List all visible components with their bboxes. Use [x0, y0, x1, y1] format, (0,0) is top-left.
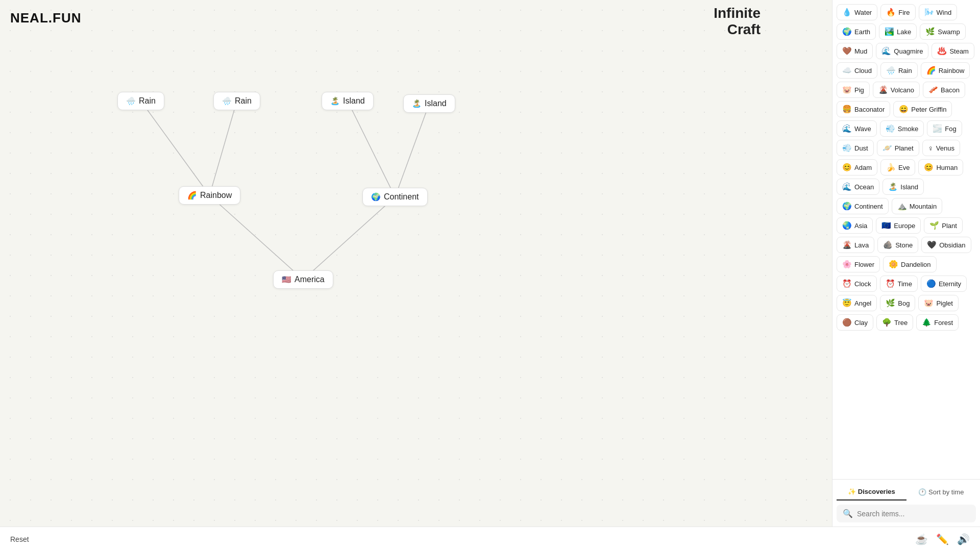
sidebar-tab[interactable]: 🕐Sort by time [906, 484, 976, 500]
node-emoji: 🏝️ [412, 99, 422, 108]
search-input[interactable] [857, 510, 970, 518]
item-emoji: 🌫️ [933, 124, 942, 133]
sidebar-item[interactable]: 🌈Rainbow [921, 62, 970, 79]
volume-icon[interactable]: 🔊 [957, 533, 970, 545]
sidebar-item[interactable]: 🌋Volcano [873, 82, 920, 98]
item-label: Ocean [854, 183, 874, 191]
item-label: Rainbow [939, 67, 965, 74]
sidebar-item[interactable]: 🌼Dandelion [883, 256, 937, 272]
sidebar-item[interactable]: ☁️Cloud [837, 62, 877, 79]
node-emoji: 🌈 [187, 191, 197, 200]
item-emoji: 🌧️ [886, 66, 896, 75]
item-label: Angel [854, 299, 871, 307]
sidebar-item[interactable]: 🌲Forest [916, 314, 959, 331]
craft-node-rain2[interactable]: 🌧️Rain [213, 92, 260, 110]
sidebar-item[interactable]: 😊Adam [837, 159, 877, 176]
edit-icon[interactable]: ✏️ [936, 533, 949, 545]
sidebar-item[interactable]: 😇Angel [837, 295, 877, 311]
sidebar-item[interactable]: ♨️Steam [932, 43, 974, 59]
sidebar-item[interactable]: 😊Human [918, 159, 963, 176]
sidebar-item[interactable]: 🌍Earth [837, 23, 876, 40]
item-label: Wave [854, 125, 871, 133]
craft-node-island2[interactable]: 🏝️Island [403, 94, 455, 113]
sidebar-item[interactable]: ⏰Time [880, 276, 918, 292]
sidebar-item[interactable]: 🌏Asia [837, 217, 873, 234]
sidebar-item[interactable]: 🌿Swamp [920, 23, 965, 40]
item-label: Flower [854, 261, 874, 268]
sidebar-item[interactable]: 🌊Wave [837, 120, 877, 137]
sidebar-item[interactable]: 🇪🇺Europe [876, 217, 921, 234]
item-emoji: 🌬️ [924, 8, 934, 17]
item-emoji: 🪨 [883, 240, 893, 249]
sidebar-item[interactable]: 🌳Tree [876, 314, 913, 331]
sidebar-item[interactable]: 🪐Planet [877, 140, 919, 156]
sidebar-item[interactable]: 🌱Plant [924, 217, 963, 234]
craft-canvas[interactable]: NEAL.FUN InfiniteCraft 🌧️Rain🌧️Rain🏝️Isl… [0, 0, 832, 527]
craft-node-rain1[interactable]: 🌧️Rain [117, 92, 164, 110]
reset-button[interactable]: Reset [10, 535, 29, 543]
sidebar-item[interactable]: 🌊Ocean [837, 179, 879, 195]
sidebar-item[interactable]: 🔥Fire [880, 4, 915, 20]
sidebar-item[interactable]: ⏰Clock [837, 276, 877, 292]
sidebar-item[interactable]: 🌊Quagmire [876, 43, 928, 59]
sidebar-item[interactable]: 🌋Lava [837, 237, 874, 253]
sidebar-item[interactable]: ⛰️Mountain [892, 198, 942, 214]
sidebar-item[interactable]: 🟤Clay [837, 314, 873, 331]
item-emoji: 😇 [842, 298, 852, 308]
item-emoji: 💨 [842, 143, 852, 153]
node-emoji: 🌍 [371, 192, 381, 202]
connection-line [210, 195, 304, 280]
sidebar-item[interactable]: 🍌Eve [880, 159, 915, 176]
item-emoji: 💧 [842, 8, 852, 17]
sidebar-item[interactable]: 🪨Stone [877, 237, 918, 253]
craft-node-rainbow[interactable]: 🌈Rainbow [179, 186, 240, 205]
item-label: Venus [936, 144, 954, 152]
craft-node-america[interactable]: 🇺🇸America [273, 270, 333, 289]
bottom-bar: Reset ☕✏️🔊 [0, 527, 980, 551]
sidebar-item[interactable]: 💨Smoke [880, 120, 924, 137]
item-emoji: 😊 [842, 163, 852, 172]
sidebar-item[interactable]: 😄Peter Griffin [893, 101, 952, 117]
craft-node-continent[interactable]: 🌍Continent [362, 188, 428, 206]
item-emoji: ♀️ [928, 144, 934, 153]
sidebar-item[interactable]: ♀️Venus [922, 140, 960, 156]
sidebar: 💧Water🔥Fire🌬️Wind🌍Earth🏞️Lake🌿Swamp🤎Mud🌊… [832, 0, 980, 527]
sidebar-item[interactable]: 🐷Pig [837, 82, 870, 98]
item-label: Rain [898, 67, 912, 74]
node-emoji: 🌧️ [222, 96, 232, 106]
item-emoji: 🌍 [842, 27, 852, 36]
sidebar-item[interactable]: 🥓Bacon [923, 82, 965, 98]
sidebar-item[interactable]: 🌫️Fog [927, 120, 962, 137]
item-emoji: ☁️ [842, 66, 852, 75]
sidebar-item[interactable]: 🌬️Wind [919, 4, 958, 20]
coffee-icon[interactable]: ☕ [915, 533, 928, 545]
item-emoji: 🏞️ [885, 27, 894, 36]
sidebar-item[interactable]: 🐷Piglet [918, 295, 959, 311]
node-label: Island [343, 96, 365, 106]
item-emoji: 🟤 [842, 318, 852, 327]
item-emoji: 🌊 [842, 124, 852, 133]
sidebar-tab[interactable]: ✨Discoveries [837, 484, 906, 500]
item-emoji: 🍔 [842, 105, 852, 114]
sidebar-item[interactable]: 💧Water [837, 4, 877, 20]
sidebar-item[interactable]: 💨Dust [837, 140, 874, 156]
sidebar-items-list: 💧Water🔥Fire🌬️Wind🌍Earth🏞️Lake🌿Swamp🤎Mud🌊… [832, 0, 980, 479]
item-label: Pig [854, 86, 864, 94]
connection-line [303, 197, 395, 280]
sidebar-item[interactable]: 🖤Obsidian [921, 237, 971, 253]
tab-label: Discoveries [858, 488, 895, 495]
sidebar-item[interactable]: 🍔Baconator [837, 101, 890, 117]
craft-node-island1[interactable]: 🏝️Island [322, 92, 374, 110]
sidebar-item[interactable]: 🏝️Island [883, 179, 924, 195]
sidebar-item[interactable]: 🌧️Rain [880, 62, 918, 79]
sidebar-item[interactable]: 🌿Bog [880, 295, 915, 311]
sidebar-item[interactable]: 🌍Continent [837, 198, 889, 214]
item-label: Tree [894, 319, 908, 327]
sidebar-item[interactable]: 🌸Flower [837, 256, 880, 272]
item-emoji: 🔵 [926, 279, 936, 288]
sidebar-item[interactable]: 🔵Eternity [921, 276, 967, 292]
sidebar-item[interactable]: 🏞️Lake [879, 23, 917, 40]
item-emoji: 🍌 [886, 163, 896, 172]
item-label: Time [898, 280, 912, 288]
sidebar-item[interactable]: 🤎Mud [837, 43, 873, 59]
